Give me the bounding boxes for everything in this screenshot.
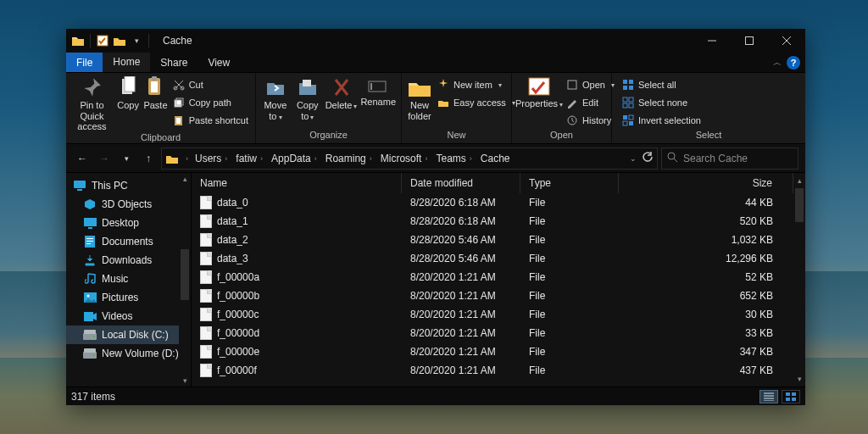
svg-point-41 (86, 295, 89, 298)
tab-view[interactable]: View (198, 53, 240, 72)
group-clipboard-label: Clipboard (66, 132, 255, 143)
select-none-button[interactable]: Select none (619, 94, 704, 111)
column-headers: Name Date modified Type Size (192, 173, 805, 193)
paste-button[interactable]: Paste (142, 75, 169, 122)
status-item-count: 317 items (71, 391, 115, 403)
tree-item[interactable]: Documents (66, 232, 191, 251)
tree-item[interactable]: 3D Objects (66, 195, 191, 214)
move-to-button[interactable]: Move to▾ (259, 75, 292, 122)
help-icon[interactable]: ? (787, 56, 800, 70)
svg-rect-20 (629, 80, 633, 84)
select-all-button[interactable]: Select all (619, 76, 704, 93)
column-name[interactable]: Name (192, 173, 402, 193)
qat-properties-icon[interactable] (96, 34, 109, 47)
breadcrumb[interactable]: Microsoft› (377, 153, 431, 164)
nav-recent-dropdown[interactable]: ▾ (117, 149, 136, 168)
view-large-icons-button[interactable] (782, 390, 800, 403)
history-icon (566, 114, 578, 126)
file-icon (200, 364, 212, 377)
file-icon (200, 233, 212, 247)
breadcrumb[interactable]: AppData› (268, 153, 320, 164)
file-row[interactable]: f_00000d 8/20/2020 1:21 AM File 33 KB (192, 324, 793, 342)
copy-to-button[interactable]: Copy to▾ (292, 75, 324, 122)
group-new-label: New (402, 130, 511, 143)
invert-selection-button[interactable]: Invert selection (619, 112, 704, 129)
qat-dropdown-icon[interactable]: ▾ (130, 34, 143, 47)
scroll-down-icon[interactable]: ▾ (179, 375, 191, 387)
tree-item[interactable]: Desktop (66, 214, 191, 232)
easy-access-icon (437, 97, 449, 108)
file-row[interactable]: data_2 8/28/2020 5:46 AM File 1,032 KB (192, 231, 793, 249)
open-icon (566, 79, 578, 91)
cut-button[interactable]: Cut (170, 76, 252, 93)
column-date[interactable]: Date modified (402, 173, 520, 193)
svg-rect-27 (623, 115, 627, 120)
scroll-down-icon[interactable]: ▾ (793, 373, 805, 385)
new-folder-button[interactable]: New folder (405, 75, 434, 122)
minimize-button[interactable] (693, 29, 731, 53)
tree-item[interactable]: Pictures (66, 288, 191, 307)
nav-forward-button[interactable]: → (95, 149, 114, 168)
tab-share[interactable]: Share (150, 53, 198, 72)
tab-home[interactable]: Home (103, 53, 150, 72)
breadcrumb[interactable]: Cache (477, 153, 514, 164)
file-row[interactable]: f_00000f 8/20/2020 1:21 AM File 437 KB (192, 361, 793, 380)
tree-item[interactable]: Local Disk (C:) (66, 326, 191, 344)
copy-button[interactable]: Copy (114, 75, 142, 122)
file-row[interactable]: f_00000c 8/20/2020 1:21 AM File 30 KB (192, 305, 793, 324)
file-row[interactable]: data_3 8/28/2020 5:46 AM File 12,296 KB (192, 249, 793, 268)
file-row[interactable]: f_00000b 8/20/2020 1:21 AM File 652 KB (192, 287, 793, 305)
nav-up-button[interactable]: ↑ (139, 149, 158, 168)
paste-shortcut-button[interactable]: Paste shortcut (170, 112, 252, 129)
tab-file[interactable]: File (66, 53, 103, 72)
scroll-up-icon[interactable]: ▴ (179, 173, 191, 185)
column-size[interactable]: Size (619, 173, 793, 193)
tree-item-this-pc[interactable]: This PC (66, 176, 191, 195)
easy-access-button[interactable]: Easy access▾ (434, 94, 519, 111)
select-all-icon (622, 79, 634, 91)
maximize-button[interactable] (731, 29, 768, 53)
svg-rect-15 (370, 83, 372, 90)
properties-button[interactable]: Properties▾ (515, 75, 563, 120)
navpane-scrollbar[interactable]: ▴ ▾ (179, 173, 191, 387)
breadcrumb[interactable]: Users› (192, 153, 231, 164)
qat-newfolder-icon[interactable] (113, 34, 126, 47)
tree-item[interactable]: New Volume (D:) (66, 344, 191, 363)
breadcrumb[interactable]: Teams› (432, 153, 475, 164)
sparkle-icon (437, 79, 449, 91)
tree-item[interactable]: Music (66, 270, 191, 288)
copy-path-button[interactable]: Copy path (170, 94, 252, 111)
select-none-icon (622, 97, 634, 108)
collapse-ribbon-icon[interactable]: ︿ (773, 57, 782, 69)
tree-item[interactable]: Videos (66, 307, 191, 326)
address-dropdown-icon[interactable]: ⌄ (630, 154, 637, 163)
search-input[interactable]: Search Cache (661, 147, 798, 170)
view-details-button[interactable] (760, 390, 778, 403)
history-button[interactable]: History (563, 112, 618, 129)
file-icon (200, 214, 212, 228)
close-button[interactable] (768, 29, 805, 53)
open-button[interactable]: Open▾ (563, 76, 618, 93)
filelist-scrollbar[interactable]: ▴ ▾ (793, 173, 805, 387)
pin-quick-access-button[interactable]: Pin to Quick access (70, 75, 114, 132)
rename-button[interactable]: Rename (359, 75, 398, 119)
delete-button[interactable]: Delete▾ (324, 75, 359, 122)
file-row[interactable]: f_00000a 8/20/2020 1:21 AM File 52 KB (192, 268, 793, 287)
breadcrumb[interactable]: fatiw› (232, 153, 266, 164)
file-row[interactable]: f_00000e 8/20/2020 1:21 AM File 347 KB (192, 342, 793, 361)
file-row[interactable]: data_1 8/28/2020 6:18 AM File 520 KB (192, 212, 793, 231)
edit-button[interactable]: Edit (563, 94, 618, 111)
new-item-button[interactable]: New item▾ (434, 76, 519, 93)
breadcrumb[interactable]: Roaming› (322, 153, 376, 164)
address-bar[interactable]: › Users›fatiw›AppData›Roaming›Microsoft›… (161, 147, 658, 170)
nav-back-button[interactable]: ← (73, 149, 92, 168)
refresh-icon[interactable] (642, 151, 654, 165)
scroll-up-icon[interactable]: ▴ (793, 175, 805, 186)
svg-rect-6 (151, 81, 158, 92)
file-row[interactable]: data_0 8/28/2020 6:18 AM File 44 KB (192, 193, 793, 212)
tree-item[interactable]: Downloads (66, 251, 191, 270)
doc-icon (83, 235, 97, 248)
column-type[interactable]: Type (520, 173, 619, 193)
svg-rect-39 (86, 243, 91, 244)
menu-bar: File HomeShareView ︿ ? (66, 53, 805, 73)
